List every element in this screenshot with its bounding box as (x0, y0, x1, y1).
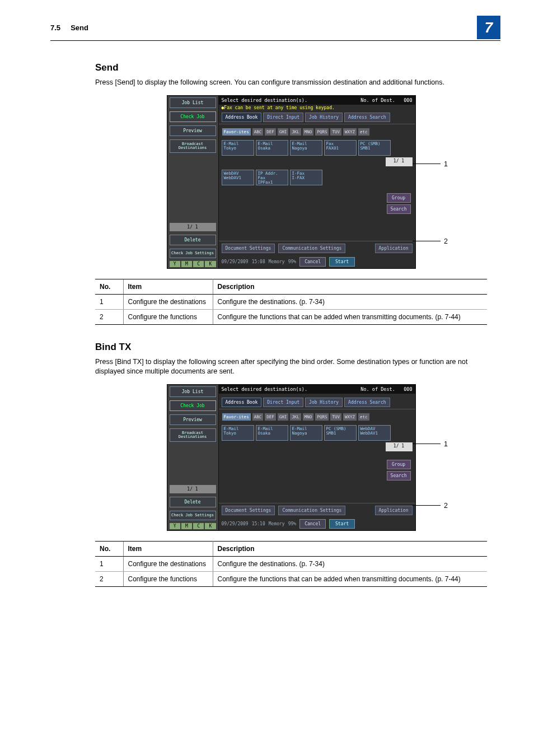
tab-job-history[interactable]: Job History (305, 398, 343, 407)
tab-direct-input[interactable]: Direct Input (263, 398, 303, 407)
application-tab[interactable]: Application (375, 506, 413, 515)
cancel-button[interactable]: Cancel (299, 257, 326, 267)
communication-settings-tab[interactable]: Communication Settings (278, 244, 345, 253)
filter-jkl[interactable]: JKL (289, 128, 302, 136)
filter-favorites[interactable]: Favor-ites (222, 128, 251, 136)
send-screenshot-wrapper: Job List Check Job Preview Broadcast Des… (134, 95, 448, 269)
panel-tabs: Address Book Direct Input Job History Ad… (219, 396, 415, 409)
section-no-value: 7.5 (50, 24, 60, 32)
tab-job-history[interactable]: Job History (305, 113, 343, 122)
cell-item: Configure the destinations (123, 556, 213, 571)
filter-abc[interactable]: ABC (252, 128, 264, 136)
dest-name: Osaka (258, 431, 271, 436)
filter-mno[interactable]: MNO (302, 128, 315, 136)
table-row: 2 Configure the functions Configure the … (95, 309, 487, 324)
panel-title: Select desired destination(s). (222, 386, 308, 392)
dest-button[interactable]: WebDAVWebDAV1 (358, 425, 391, 441)
dest-button[interactable]: I-FaxI-FAX (290, 170, 322, 185)
preview-button[interactable]: Preview (170, 125, 216, 136)
left-page-indicator: 1/ 1 (170, 223, 216, 231)
cell-no: 1 (95, 556, 123, 571)
filter-mno[interactable]: MNO (302, 413, 315, 421)
destinations-grid: E-MailTokyo E-MailOsaka E-MailNagoya Fax… (219, 138, 415, 188)
dest-button[interactable]: IP Addr. FaxIPFax1 (256, 170, 288, 185)
filter-favorites[interactable]: Favor-ites (222, 413, 251, 421)
dest-button[interactable]: E-MailOsaka (256, 425, 288, 441)
filter-def[interactable]: DEF (264, 413, 277, 421)
filter-tuv[interactable]: TUV (330, 413, 342, 421)
filter-wxyz[interactable]: WXYZ (343, 128, 357, 136)
filter-tuv[interactable]: TUV (330, 128, 342, 136)
filter-pqrs[interactable]: PQRS (315, 413, 329, 421)
col-no: No. (95, 279, 123, 294)
col-no: No. (95, 541, 123, 556)
main-area: Favor-ites ABC DEF GHI JKL MNO PQRS TUV … (219, 124, 415, 241)
check-job-settings-button[interactable]: Check Job Settings (170, 249, 216, 258)
cancel-button[interactable]: Cancel (299, 519, 326, 529)
filter-etc[interactable]: etc (358, 128, 370, 136)
dest-button[interactable]: PC (SMB)SMB1 (358, 140, 391, 156)
callout-1: 1 (413, 160, 448, 168)
search-button[interactable]: Search (387, 471, 411, 480)
tab-address-book[interactable]: Address Book (222, 113, 262, 122)
communication-settings-tab[interactable]: Communication Settings (278, 506, 345, 515)
dest-button[interactable]: E-MailOsaka (256, 140, 288, 156)
document-settings-tab[interactable]: Document Settings (222, 506, 275, 515)
job-list-button[interactable]: Job List (170, 386, 216, 397)
check-job-button[interactable]: Check Job (170, 400, 216, 411)
search-button[interactable]: Search (387, 204, 411, 214)
filter-pqrs[interactable]: PQRS (315, 128, 329, 136)
col-item: Item (123, 279, 213, 294)
filter-wxyz[interactable]: WXYZ (343, 413, 357, 421)
dest-count-wrap: No. of Dest. 000 (360, 386, 412, 392)
dest-button[interactable]: PC (SMB)SMB1 (324, 425, 357, 441)
group-button[interactable]: Group (387, 193, 411, 203)
dest-name: FAX01 (326, 146, 339, 151)
tab-address-search[interactable]: Address Search (344, 113, 390, 122)
table-row: 1 Configure the destinations Configure t… (95, 294, 487, 309)
table-row: 2 Configure the functions Configure the … (95, 571, 487, 586)
job-list-button[interactable]: Job List (170, 97, 216, 108)
toner-m: M (181, 261, 192, 267)
filter-ghi[interactable]: GHI (277, 413, 289, 421)
dest-name: SMB1 (360, 146, 371, 151)
dest-page-indicator: 1/ 1 (386, 442, 413, 451)
dest-button[interactable]: FaxFAX01 (324, 140, 357, 156)
delete-button[interactable]: Delete (170, 235, 216, 245)
send-screenshot: Job List Check Job Preview Broadcast Des… (167, 95, 416, 269)
broadcast-dest-button[interactable]: Broadcast Destinations (170, 139, 216, 153)
panel-status-bar: 09/29/2009 15:10 Memory 99% Cancel Start (219, 517, 415, 530)
filter-abc[interactable]: ABC (252, 413, 264, 421)
group-button[interactable]: Group (387, 460, 411, 469)
dest-name: I-FAX (292, 175, 305, 180)
tab-address-search[interactable]: Address Search (344, 398, 390, 407)
filter-jkl[interactable]: JKL (289, 413, 302, 421)
cell-item: Configure the functions (123, 571, 213, 586)
preview-button[interactable]: Preview (170, 414, 216, 425)
check-job-button[interactable]: Check Job (170, 111, 216, 122)
tab-direct-input[interactable]: Direct Input (263, 113, 303, 122)
tab-address-book[interactable]: Address Book (222, 398, 262, 407)
check-job-settings-button[interactable]: Check Job Settings (170, 511, 216, 520)
dest-button[interactable]: E-MailNagoya (290, 425, 322, 441)
section-title-value: Send (71, 24, 88, 32)
cell-desc: Configure the destinations. (p. 7-34) (213, 294, 487, 309)
filter-ghi[interactable]: GHI (277, 128, 289, 136)
toner-indicators: Y M C K (170, 261, 216, 267)
chapter-number-badge: 7 (477, 16, 500, 39)
start-button[interactable]: Start (329, 519, 355, 529)
application-tab[interactable]: Application (375, 244, 413, 253)
dest-button[interactable]: E-MailNagoya (290, 140, 322, 156)
filter-etc[interactable]: etc (358, 413, 370, 421)
start-button[interactable]: Start (329, 257, 355, 267)
cell-desc: Configure the functions that can be adde… (213, 309, 487, 324)
filter-def[interactable]: DEF (264, 128, 277, 136)
delete-button[interactable]: Delete (170, 497, 216, 507)
dest-button[interactable]: E-MailTokyo (222, 425, 254, 441)
status-mem-pct: 99% (288, 259, 296, 264)
document-settings-tab[interactable]: Document Settings (222, 244, 275, 253)
broadcast-dest-button[interactable]: Broadcast Destinations (170, 428, 216, 442)
dest-button[interactable]: WebDAVWebDAV1 (222, 170, 254, 185)
dest-name: Nagoya (292, 146, 307, 151)
dest-button[interactable]: E-MailTokyo (222, 140, 254, 156)
